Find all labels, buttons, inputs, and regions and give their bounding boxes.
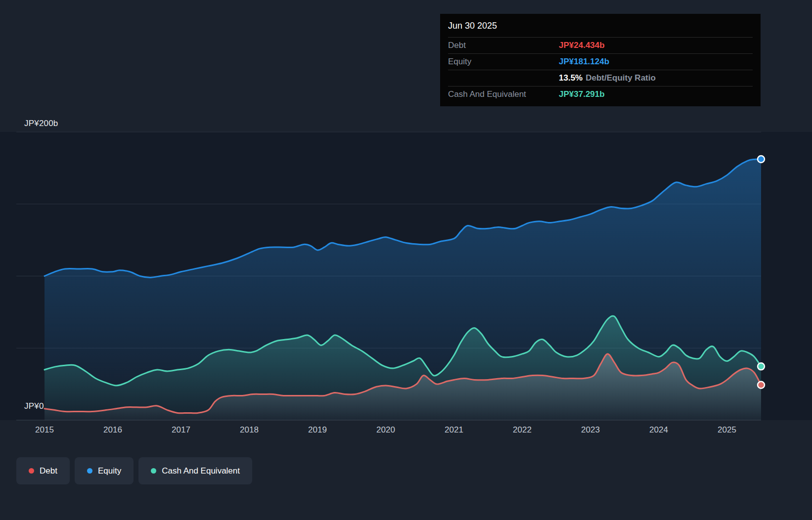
x-axis-label-2025: 2025 [718,425,736,435]
chart-legend: DebtEquityCash And Equivalent [16,457,252,484]
cash-legend-dot-icon [151,468,156,474]
tooltip-row-ratio: 13.5%Debt/Equity Ratio [448,70,753,86]
x-axis-label-2023: 2023 [581,425,600,435]
legend-cash-button[interactable]: Cash And Equivalent [138,457,252,484]
x-axis-label-2016: 2016 [103,425,122,435]
legend-equity-label: Equity [98,466,121,476]
tooltip-equity-value: JP¥181.124b [559,57,609,67]
debt-end-marker [758,382,765,389]
x-axis-label-2018: 2018 [240,425,259,435]
x-axis-label-2020: 2020 [376,425,395,435]
tooltip-date: Jun 30 2025 [448,14,753,37]
legend-equity-button[interactable]: Equity [75,457,134,484]
legend-cash-label: Cash And Equivalent [162,466,240,476]
x-axis-label-2024: 2024 [649,425,668,435]
y-axis-label-0: JP¥0 [24,401,44,411]
x-axis-label-2017: 2017 [172,425,190,435]
tooltip-row-equity: Equity JP¥181.124b [448,53,753,70]
tooltip-cash-value: JP¥37.291b [559,89,605,99]
cash-end-marker [758,363,765,370]
debt-legend-dot-icon [29,468,34,474]
x-axis-label-2019: 2019 [308,425,327,435]
tooltip-ratio-label: Debt/Equity Ratio [586,73,656,83]
tooltip-debt-value: JP¥24.434b [559,41,605,50]
tooltip-equity-label: Equity [448,57,559,67]
tooltip-cash-label: Cash And Equivalent [448,89,559,99]
x-axis-label-2021: 2021 [445,425,463,435]
tooltip-ratio-value: 13.5% [559,73,583,83]
legend-debt-button[interactable]: Debt [16,457,70,484]
tooltip: Jun 30 2025 Debt JP¥24.434b Equity JP¥18… [440,14,761,106]
legend-debt-label: Debt [40,466,57,476]
tooltip-debt-label: Debt [448,41,559,50]
tooltip-ratio: 13.5%Debt/Equity Ratio [559,73,656,83]
x-axis-label-2015: 2015 [35,425,54,435]
y-axis-label-200b: JP¥200b [24,119,58,129]
equity-legend-dot-icon [87,468,92,474]
equity-end-marker [758,156,765,163]
tooltip-row-cash: Cash And Equivalent JP¥37.291b [448,86,753,102]
x-axis-label-2022: 2022 [513,425,532,435]
tooltip-row-debt: Debt JP¥24.434b [448,37,753,53]
